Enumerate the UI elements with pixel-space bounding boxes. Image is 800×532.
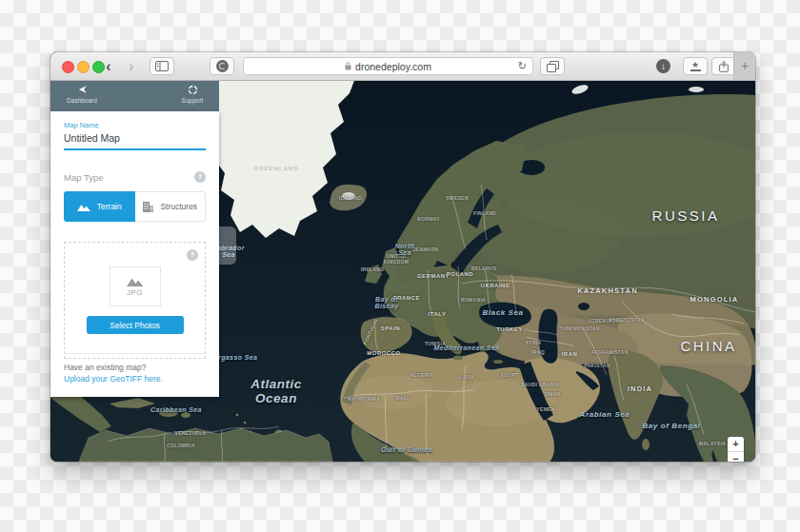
close-window-button[interactable]	[62, 61, 74, 73]
nav-dashboard[interactable]: Dashboard	[60, 85, 104, 104]
lifering-icon	[173, 85, 211, 97]
new-tab-button[interactable]: +	[733, 52, 755, 80]
back-arrow-icon	[60, 85, 104, 97]
select-photos-button[interactable]: Select Photos	[87, 316, 184, 334]
sidebar-body: Map Name Untitled Map Map Type ? Terrain	[50, 111, 219, 397]
extension-button[interactable]	[210, 57, 234, 75]
lock-icon	[345, 62, 351, 70]
minimize-window-button[interactable]	[77, 61, 90, 73]
tab-overview-icon	[547, 61, 558, 71]
forward-button[interactable]: ›	[129, 53, 134, 79]
extension-icon	[216, 60, 229, 72]
address-bar[interactable]: dronedeploy.com ↻	[243, 57, 533, 75]
mountains-icon	[77, 203, 91, 211]
sidebar-collapse-handle[interactable]	[219, 227, 236, 265]
reload-icon[interactable]: ↻	[518, 60, 527, 72]
map-type-segment: Terrain Structures	[64, 191, 206, 222]
zoom-in-button[interactable]: +	[728, 437, 744, 452]
browser-toolbar: ‹ › dronedeploy.com ↻	[50, 52, 755, 81]
existing-map-text: Have an existing map?	[64, 363, 206, 372]
downloads-button[interactable]: ↓	[656, 59, 670, 73]
favorites-button[interactable]: ★	[683, 57, 708, 75]
zoom-window-button[interactable]	[92, 61, 105, 73]
sidebar-toggle-icon	[155, 61, 169, 71]
upload-help-icon[interactable]: ?	[187, 249, 198, 261]
url-text: dronedeploy.com	[355, 61, 431, 72]
sidebar-panel: Dashboard Support Map Name Untitled Map …	[50, 80, 219, 397]
building-icon	[142, 201, 154, 212]
filetype-label: JPG	[127, 288, 143, 297]
map-name-label: Map Name	[64, 111, 206, 129]
map-type-label: Map Type	[64, 172, 104, 183]
terrain-label: Terrain	[97, 202, 122, 211]
map-name-input[interactable]: Untitled Map	[64, 132, 206, 150]
photo-dropzone[interactable]: ? JPG Select Photos	[64, 242, 206, 359]
support-label: Support	[182, 97, 204, 104]
sidebar-toggle-button[interactable]	[150, 57, 174, 75]
geotiff-upload-link[interactable]: Upload your GeoTIFF here.	[64, 374, 206, 384]
jpg-placeholder: JPG	[110, 266, 161, 306]
download-arrow-icon: ↓	[661, 61, 666, 71]
sidebar-header: Dashboard Support	[50, 80, 219, 111]
map-type-help-icon[interactable]: ?	[194, 171, 206, 183]
nav-support[interactable]: Support	[173, 85, 211, 104]
back-button[interactable]: ‹	[106, 53, 111, 79]
map-zoom-controls: + −	[728, 437, 744, 462]
share-icon	[719, 61, 729, 72]
image-icon	[127, 276, 144, 286]
tab-overview-button[interactable]	[540, 57, 565, 75]
browser-window: ‹ › dronedeploy.com ↻	[50, 52, 755, 462]
terrain-button[interactable]: Terrain	[64, 191, 135, 222]
structures-button[interactable]: Structures	[135, 191, 207, 222]
sidebar-footer: Have an existing map? Upload your GeoTIF…	[64, 353, 206, 384]
favorites-star-icon: ★	[690, 61, 701, 70]
dashboard-label: Dashboard	[67, 97, 97, 104]
zoom-out-button[interactable]: −	[728, 452, 744, 462]
structures-label: Structures	[160, 202, 197, 211]
